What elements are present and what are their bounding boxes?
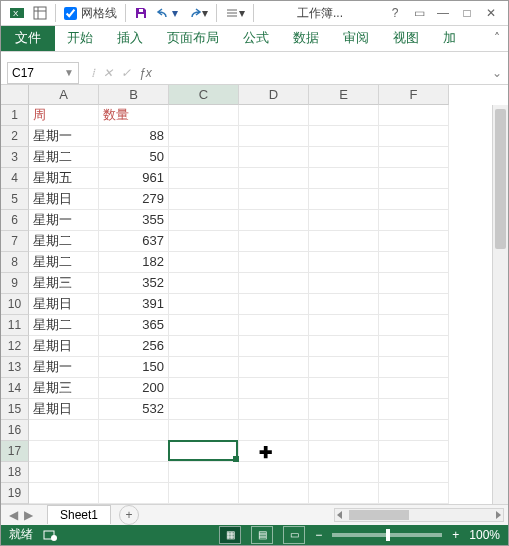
select-all-corner[interactable] [1, 85, 29, 105]
view-page-break-icon[interactable]: ▭ [283, 526, 305, 544]
cell[interactable] [379, 399, 449, 420]
cell[interactable] [169, 189, 239, 210]
sheet-nav-prev-icon[interactable]: ◀ [9, 508, 18, 522]
cell[interactable]: 星期五 [29, 168, 99, 189]
cell[interactable]: 星期二 [29, 315, 99, 336]
cell[interactable]: 279 [99, 189, 169, 210]
row-header[interactable]: 16 [1, 420, 29, 441]
cell[interactable] [239, 210, 309, 231]
cell[interactable] [379, 252, 449, 273]
cell[interactable] [169, 231, 239, 252]
cell[interactable] [309, 168, 379, 189]
cell[interactable]: 周 [29, 105, 99, 126]
row-header[interactable]: 4 [1, 168, 29, 189]
fx-icon[interactable]: ƒx [139, 66, 152, 80]
cell[interactable] [379, 231, 449, 252]
cell[interactable]: 星期日 [29, 189, 99, 210]
row-header[interactable]: 9 [1, 273, 29, 294]
sheet-nav-next-icon[interactable]: ▶ [24, 508, 33, 522]
cell[interactable]: 50 [99, 147, 169, 168]
cell[interactable] [239, 399, 309, 420]
cell[interactable] [169, 315, 239, 336]
borders-icon[interactable]: ▾ [221, 1, 249, 25]
cell[interactable] [379, 315, 449, 336]
tab-formulas[interactable]: 公式 [231, 26, 281, 51]
cell[interactable] [169, 210, 239, 231]
cell[interactable]: 星期三 [29, 273, 99, 294]
cell[interactable] [239, 147, 309, 168]
cell[interactable] [239, 189, 309, 210]
zoom-out-button[interactable]: − [315, 528, 322, 542]
cell[interactable] [379, 273, 449, 294]
cell[interactable]: 星期日 [29, 294, 99, 315]
cell[interactable]: 数量 [99, 105, 169, 126]
cell[interactable] [309, 231, 379, 252]
zoom-slider[interactable] [332, 533, 442, 537]
expand-formula-bar-icon[interactable]: ⌄ [486, 66, 508, 80]
gridlines-toggle[interactable]: 网格线 [60, 1, 121, 25]
cell[interactable]: 星期二 [29, 252, 99, 273]
zoom-in-button[interactable]: + [452, 528, 459, 542]
cell[interactable] [99, 441, 169, 462]
cell[interactable] [169, 378, 239, 399]
cell[interactable] [29, 420, 99, 441]
cell[interactable] [169, 105, 239, 126]
cell[interactable] [379, 462, 449, 483]
tab-page-layout[interactable]: 页面布局 [155, 26, 231, 51]
tab-addins[interactable]: 加 [431, 26, 468, 51]
minimize-icon[interactable]: — [436, 6, 450, 20]
cell[interactable] [379, 189, 449, 210]
row-header[interactable]: 10 [1, 294, 29, 315]
gridlines-checkbox[interactable] [64, 7, 77, 20]
cell[interactable] [169, 336, 239, 357]
horizontal-scrollbar[interactable] [334, 508, 504, 522]
row-header[interactable]: 3 [1, 147, 29, 168]
worksheet-area[interactable]: ABCDEF1周数量2星期一883星期二504星期五9615星期日2796星期一… [1, 85, 508, 504]
cell[interactable]: 星期日 [29, 399, 99, 420]
cell[interactable] [379, 441, 449, 462]
cell[interactable] [309, 105, 379, 126]
tab-file[interactable]: 文件 [1, 26, 55, 51]
cell[interactable] [309, 357, 379, 378]
vertical-scrollbar[interactable] [492, 105, 508, 504]
cell[interactable] [379, 210, 449, 231]
cell[interactable]: 星期日 [29, 336, 99, 357]
cell[interactable] [379, 147, 449, 168]
cell[interactable] [29, 462, 99, 483]
cell[interactable] [379, 483, 449, 504]
cell[interactable] [239, 315, 309, 336]
cell[interactable]: 星期一 [29, 126, 99, 147]
cell[interactable] [309, 462, 379, 483]
cell[interactable] [169, 294, 239, 315]
cell[interactable] [309, 189, 379, 210]
cell[interactable] [239, 357, 309, 378]
column-header[interactable]: D [239, 85, 309, 105]
cell[interactable] [99, 462, 169, 483]
cell[interactable] [239, 483, 309, 504]
cell[interactable]: 88 [99, 126, 169, 147]
cell[interactable] [309, 126, 379, 147]
row-header[interactable]: 19 [1, 483, 29, 504]
cell[interactable] [169, 147, 239, 168]
cell[interactable] [309, 147, 379, 168]
sheet-tab[interactable]: Sheet1 [47, 505, 111, 524]
cell[interactable]: 星期三 [29, 378, 99, 399]
redo-icon[interactable]: ▾ [182, 1, 212, 25]
cell[interactable] [239, 420, 309, 441]
cell[interactable] [239, 294, 309, 315]
cell[interactable] [169, 126, 239, 147]
row-header[interactable]: 8 [1, 252, 29, 273]
cell[interactable] [169, 357, 239, 378]
cell[interactable]: 355 [99, 210, 169, 231]
cell[interactable] [309, 315, 379, 336]
cell[interactable]: 391 [99, 294, 169, 315]
cell[interactable] [29, 441, 99, 462]
cell[interactable] [379, 378, 449, 399]
cell[interactable] [239, 231, 309, 252]
cell[interactable] [239, 168, 309, 189]
column-header[interactable]: B [99, 85, 169, 105]
row-header[interactable]: 5 [1, 189, 29, 210]
cell[interactable] [169, 441, 239, 462]
cell[interactable] [309, 483, 379, 504]
cell[interactable]: 961 [99, 168, 169, 189]
